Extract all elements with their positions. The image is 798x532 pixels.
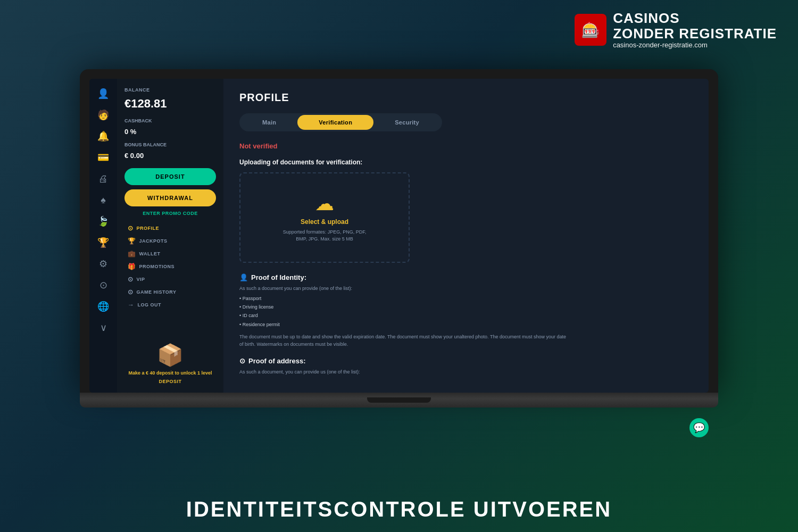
vip-nav-icon: ⊙ <box>128 276 134 283</box>
nav-label-logout: LOG OUT <box>138 302 162 307</box>
proof-identity-list: • Passport • Driving license • ID card •… <box>239 294 693 329</box>
nav-item-logout[interactable]: → LOG OUT <box>124 299 216 311</box>
sidebar-icon-printer[interactable]: 🖨 <box>94 169 113 188</box>
proof-address-section: ⊙ Proof of address: As such a document, … <box>239 357 693 375</box>
tab-main[interactable]: Main <box>241 115 297 130</box>
upload-dropzone[interactable]: ☁ Select & upload Supported formates: JP… <box>239 172 410 263</box>
wallet-nav-icon: 💼 <box>128 250 136 257</box>
branding-logo-icon: 🎰 <box>575 14 606 46</box>
tab-security[interactable]: Security <box>373 115 440 130</box>
left-panel: BALANCE €128.81 CASHBACK 0 % BONUS BALAN… <box>117 79 223 393</box>
upload-label: Select & upload <box>301 218 348 226</box>
sidebar-icon-user[interactable]: 🧑 <box>94 105 113 124</box>
vip-unlock-text: Make a € 40 deposit to unlock 1 level <box>128 370 212 377</box>
app-layout: 👤 🧑 🔔 💳 🖨 ♠ 🍃 🏆 ⚙ ⊙ 🌐 ∨ BALANCE €1 <box>89 79 709 393</box>
laptop-base <box>80 393 718 408</box>
sidebar-icon-trophy[interactable]: 🏆 <box>94 233 113 252</box>
jackpots-nav-icon: 🏆 <box>128 237 136 245</box>
vip-chest-icon: 📦 <box>157 343 184 368</box>
bonus-label: BONUS BALANCE <box>124 142 216 147</box>
chat-button[interactable]: 💬 <box>689 418 709 437</box>
upload-cloud-icon: ☁ <box>315 193 334 215</box>
cashback-value: 0 % <box>124 128 216 136</box>
proof-address-title: ⊙ Proof of address: <box>239 357 693 365</box>
branding-title-line1: CASINOS <box>613 11 777 26</box>
verification-status: Not verified <box>239 142 693 150</box>
sidebar-icon-person[interactable]: ⚙ <box>94 254 113 273</box>
nav-label-profile: PROFILE <box>137 226 160 231</box>
proof-identity-title: 👤 Proof of Identity: <box>239 273 693 281</box>
logout-nav-icon: → <box>128 301 135 309</box>
address-icon: ⊙ <box>239 357 245 365</box>
nav-item-jackpots[interactable]: 🏆 JACKPOTS <box>124 235 216 247</box>
tab-verification[interactable]: Verification <box>297 115 373 130</box>
vip-deposit-link[interactable]: DEPOSIT <box>159 379 181 384</box>
nav-label-game-history: GAME HISTORY <box>137 289 177 295</box>
sidebar-icon-bell[interactable]: 🔔 <box>94 127 113 146</box>
proof-address-subtitle: As such a document, you can provide us (… <box>239 369 693 375</box>
branding-title-line2: ZONDER REGISTRATIE <box>613 26 777 41</box>
sidebar-icon-chevron[interactable]: ∨ <box>94 318 113 337</box>
cashback-label: CASHBACK <box>124 118 216 123</box>
deposit-button[interactable]: DEPOSIT <box>124 168 216 185</box>
nav-item-promotions[interactable]: 🎁 PROMOTIONS <box>124 261 216 272</box>
proof-identity-note: The document must be up to date and show… <box>239 333 569 348</box>
nav-label-promotions: PROMOTIONS <box>139 264 175 269</box>
nav-item-vip[interactable]: ⊙ VIP <box>124 273 216 285</box>
branding-url: casinos-zonder-registratie.com <box>613 41 777 49</box>
sidebar-icon-avatar[interactable]: 👤 <box>94 84 113 103</box>
proof-identity-subtitle: As such a document you can provide (one … <box>239 286 693 291</box>
game-history-nav-icon: ⊙ <box>128 288 134 296</box>
sidebar-icon-spades[interactable]: ♠ <box>94 190 113 210</box>
main-content-area: PROFILE Main Verification Security Not v… <box>223 79 709 393</box>
promotions-nav-icon: 🎁 <box>128 263 136 270</box>
laptop-screen: 👤 🧑 🔔 💳 🖨 ♠ 🍃 🏆 ⚙ ⊙ 🌐 ∨ BALANCE €1 <box>89 79 709 393</box>
laptop-container: 👤 🧑 🔔 💳 🖨 ♠ 🍃 🏆 ⚙ ⊙ 🌐 ∨ BALANCE €1 <box>80 69 718 408</box>
tabs-row: Main Verification Security <box>239 113 442 131</box>
bonus-value: € 0.00 <box>124 152 216 160</box>
profile-nav-icon: ⊙ <box>128 225 134 232</box>
vip-unlock-section: 📦 Make a € 40 deposit to unlock 1 level … <box>124 343 216 384</box>
nav-item-profile[interactable]: ⊙ PROFILE <box>124 222 216 234</box>
laptop-bezel: 👤 🧑 🔔 💳 🖨 ♠ 🍃 🏆 ⚙ ⊙ 🌐 ∨ BALANCE €1 <box>80 69 718 393</box>
promo-code-link[interactable]: ENTER PROMO CODE <box>124 211 216 216</box>
sidebar-icon-wallet[interactable]: 💳 <box>94 148 113 167</box>
withdrawal-button[interactable]: WITHDRAWAL <box>124 189 216 206</box>
sidebar-icon-globe[interactable]: 🌐 <box>94 297 113 316</box>
branding-text: CASINOS ZONDER REGISTRATIE casinos-zonde… <box>613 11 777 49</box>
nav-menu: ⊙ PROFILE 🏆 JACKPOTS 💼 WALLET 🎁 <box>124 222 216 311</box>
proof-identity-section: 👤 Proof of Identity: As such a document … <box>239 273 693 348</box>
upload-hint: Supported formates: JPEG, PNG, PDF, BMP,… <box>283 229 367 243</box>
identity-icon: 👤 <box>239 273 248 281</box>
nav-label-jackpots: JACKPOTS <box>139 238 168 244</box>
nav-item-wallet[interactable]: 💼 WALLET <box>124 248 216 260</box>
laptop-notch <box>367 397 431 403</box>
nav-label-vip: VIP <box>137 277 145 282</box>
nav-item-game-history[interactable]: ⊙ GAME HISTORY <box>124 286 216 298</box>
sidebar-icon-leaf[interactable]: 🍃 <box>94 212 113 231</box>
sidebar-icons-panel: 👤 🧑 🔔 💳 🖨 ♠ 🍃 🏆 ⚙ ⊙ 🌐 ∨ <box>89 79 117 393</box>
balance-value: €128.81 <box>124 97 216 111</box>
nav-label-wallet: WALLET <box>139 251 161 256</box>
page-title: PROFILE <box>239 92 693 104</box>
branding-area: 🎰 CASINOS ZONDER REGISTRATIE casinos-zon… <box>575 11 777 49</box>
balance-label: BALANCE <box>124 87 216 93</box>
sidebar-icon-circle[interactable]: ⊙ <box>94 276 113 295</box>
bottom-tagline: IDENTITEITSCONTROLE UITVOEREN <box>186 497 612 521</box>
upload-section-heading: Uploading of documents for verification: <box>239 159 693 166</box>
